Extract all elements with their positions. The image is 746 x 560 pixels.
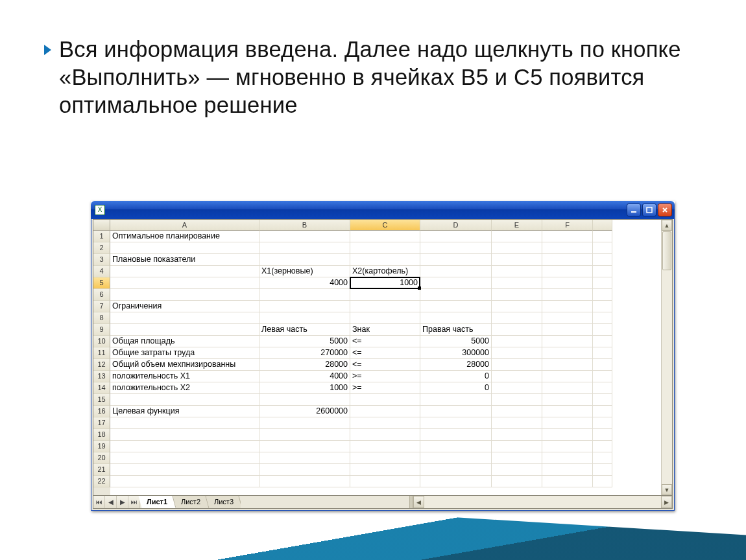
cell[interactable]: <= bbox=[350, 347, 420, 359]
cell[interactable] bbox=[593, 336, 612, 347]
cell[interactable] bbox=[110, 394, 259, 406]
cell[interactable] bbox=[259, 301, 350, 312]
cell[interactable] bbox=[110, 289, 259, 301]
cell[interactable] bbox=[492, 324, 542, 336]
cell[interactable] bbox=[350, 441, 420, 452]
cell[interactable] bbox=[542, 441, 593, 452]
cell[interactable]: X2(картофель) bbox=[350, 266, 420, 277]
cell[interactable] bbox=[350, 231, 420, 242]
cell[interactable] bbox=[420, 242, 492, 254]
row-header[interactable]: 7 bbox=[93, 301, 110, 312]
cell[interactable] bbox=[110, 464, 259, 476]
cell[interactable] bbox=[492, 289, 542, 301]
cell[interactable] bbox=[259, 312, 350, 324]
cell[interactable] bbox=[593, 394, 612, 406]
cell[interactable] bbox=[593, 312, 612, 324]
row-header[interactable]: 2 bbox=[93, 242, 110, 254]
cell[interactable] bbox=[593, 417, 612, 429]
cell[interactable] bbox=[259, 231, 350, 242]
cell[interactable] bbox=[420, 429, 492, 441]
cell[interactable]: Плановые показатели bbox=[110, 254, 259, 266]
cell[interactable] bbox=[593, 231, 612, 242]
cell[interactable] bbox=[593, 382, 612, 394]
row-header[interactable]: 15 bbox=[93, 394, 110, 406]
cell[interactable]: >= bbox=[350, 371, 420, 382]
sheet-tab-1[interactable]: Лист1 bbox=[138, 496, 176, 508]
column-header[interactable]: D bbox=[420, 220, 492, 231]
cell[interactable]: 2600000 bbox=[259, 406, 350, 417]
cell[interactable] bbox=[350, 452, 420, 464]
cell[interactable] bbox=[593, 347, 612, 359]
cell[interactable] bbox=[593, 359, 612, 371]
cell[interactable]: Общая площадь bbox=[110, 336, 259, 347]
cell[interactable] bbox=[492, 394, 542, 406]
window-titlebar[interactable]: X bbox=[91, 201, 675, 219]
cell[interactable] bbox=[259, 464, 350, 476]
minimize-button[interactable] bbox=[627, 204, 641, 216]
select-all-corner[interactable] bbox=[93, 220, 110, 231]
cell[interactable] bbox=[350, 394, 420, 406]
cell[interactable] bbox=[420, 464, 492, 476]
cell[interactable] bbox=[542, 254, 593, 266]
scrollbar-thumb[interactable] bbox=[662, 231, 671, 270]
row-header[interactable]: 21 bbox=[93, 464, 110, 476]
cell[interactable] bbox=[593, 324, 612, 336]
horizontal-scrollbar[interactable]: ◀ ▶ bbox=[413, 496, 672, 508]
cell[interactable] bbox=[593, 242, 612, 254]
cell[interactable]: 5000 bbox=[420, 336, 492, 347]
cell[interactable] bbox=[110, 476, 259, 487]
scroll-down-icon[interactable]: ▼ bbox=[662, 484, 672, 495]
cell[interactable] bbox=[542, 464, 593, 476]
row-header[interactable]: 19 bbox=[93, 441, 110, 452]
cell[interactable] bbox=[593, 464, 612, 476]
cell[interactable] bbox=[593, 277, 612, 289]
cell[interactable] bbox=[420, 441, 492, 452]
row-header[interactable]: 9 bbox=[93, 324, 110, 336]
cell[interactable] bbox=[492, 429, 542, 441]
cell[interactable] bbox=[350, 301, 420, 312]
cell[interactable]: Левая часть bbox=[259, 324, 350, 336]
cell[interactable] bbox=[542, 277, 593, 289]
cell[interactable] bbox=[593, 406, 612, 417]
cell[interactable] bbox=[542, 476, 593, 487]
tab-nav-prev-icon[interactable]: ◀ bbox=[105, 496, 117, 508]
cell[interactable]: положительность X2 bbox=[110, 382, 259, 394]
sheet-tab-3[interactable]: Лист3 bbox=[206, 496, 243, 508]
cell[interactable]: 0 bbox=[420, 371, 492, 382]
tab-nav-next-icon[interactable]: ▶ bbox=[117, 496, 128, 508]
cell[interactable] bbox=[492, 336, 542, 347]
cell[interactable] bbox=[259, 289, 350, 301]
cell[interactable] bbox=[350, 417, 420, 429]
cell[interactable]: Общий объем мехпнизированны bbox=[110, 359, 259, 371]
cell[interactable] bbox=[350, 254, 420, 266]
cell[interactable]: 270000 bbox=[259, 347, 350, 359]
cell[interactable] bbox=[542, 266, 593, 277]
cell[interactable]: 1000 bbox=[350, 277, 420, 289]
cell[interactable] bbox=[593, 301, 612, 312]
vertical-scrollbar[interactable]: ▲ ▼ bbox=[661, 220, 672, 495]
maximize-button[interactable] bbox=[642, 204, 656, 216]
cell[interactable] bbox=[259, 394, 350, 406]
cell[interactable] bbox=[492, 406, 542, 417]
cell[interactable] bbox=[420, 231, 492, 242]
cell[interactable]: 5000 bbox=[259, 336, 350, 347]
cell[interactable] bbox=[420, 266, 492, 277]
row-header[interactable]: 1 bbox=[93, 231, 110, 242]
column-header[interactable]: A bbox=[110, 220, 259, 231]
cell[interactable]: 4000 bbox=[259, 277, 350, 289]
cell[interactable] bbox=[350, 406, 420, 417]
row-header[interactable]: 13 bbox=[93, 371, 110, 382]
cell[interactable] bbox=[350, 289, 420, 301]
column-header[interactable]: E bbox=[492, 220, 542, 231]
row-header[interactable]: 10 bbox=[93, 336, 110, 347]
cell[interactable] bbox=[593, 371, 612, 382]
cell[interactable] bbox=[420, 406, 492, 417]
row-header[interactable]: 20 bbox=[93, 452, 110, 464]
scroll-left-icon[interactable]: ◀ bbox=[413, 496, 424, 508]
cell[interactable] bbox=[542, 452, 593, 464]
cell[interactable] bbox=[420, 394, 492, 406]
cell[interactable] bbox=[492, 371, 542, 382]
cell[interactable] bbox=[542, 382, 593, 394]
cell[interactable] bbox=[593, 452, 612, 464]
cell[interactable] bbox=[420, 417, 492, 429]
